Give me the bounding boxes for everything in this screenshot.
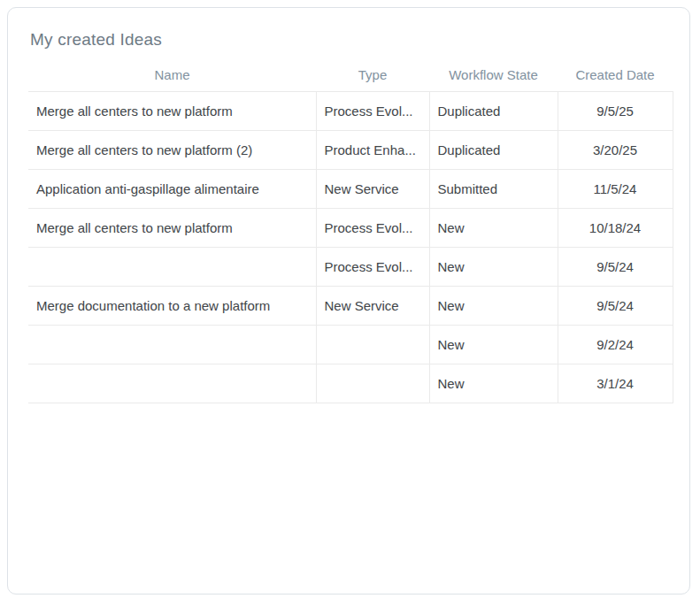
table-cell-type: Process Evol...: [316, 91, 429, 130]
table-cell-type: Process Evol...: [316, 208, 429, 247]
card-title: My created Ideas: [30, 30, 689, 50]
table-cell-type: New Service: [316, 286, 429, 325]
table-cell-type: Process Evol...: [316, 247, 429, 286]
table-cell-name: Merge all centers to new platform: [28, 208, 316, 247]
table-cell-name: Application anti-gaspillage alimentaire: [28, 169, 316, 208]
table-cell-name: [28, 325, 316, 364]
column-header-type[interactable]: Type: [316, 59, 429, 91]
table-cell-workflow-state: New: [429, 208, 558, 247]
table-cell-workflow-state: New: [429, 247, 558, 286]
table-cell-workflow-state: New: [429, 364, 558, 403]
table-row[interactable]: Merge all centers to new platform Proces…: [28, 91, 673, 130]
table-row[interactable]: New 3/1/24: [28, 364, 673, 403]
table-cell-type: [316, 325, 429, 364]
table-cell-name: [28, 247, 316, 286]
table-cell-type: New Service: [316, 169, 429, 208]
table-cell-workflow-state: Submitted: [429, 169, 558, 208]
table-cell-name: [28, 364, 316, 403]
table-cell-workflow-state: New: [429, 325, 558, 364]
table-cell-created-date: 9/2/24: [558, 325, 673, 364]
table-cell-created-date: 10/18/24: [558, 208, 673, 247]
table-cell-type: Product Enha...: [316, 130, 429, 169]
table-cell-created-date: 3/20/25: [558, 130, 673, 169]
column-header-created-date[interactable]: Created Date: [558, 59, 673, 91]
table-cell-workflow-state: New: [429, 286, 558, 325]
table-cell-created-date: 9/5/24: [558, 286, 673, 325]
table-row[interactable]: Application anti-gaspillage alimentaire …: [28, 169, 673, 208]
table-cell-created-date: 9/5/24: [558, 247, 673, 286]
table-cell-name: Merge documentation to a new platform: [28, 286, 316, 325]
table-row[interactable]: New 9/2/24: [28, 325, 673, 364]
column-header-workflow-state[interactable]: Workflow State: [429, 59, 558, 91]
table-cell-type: [316, 364, 429, 403]
table-cell-created-date: 3/1/24: [558, 364, 673, 403]
table-row[interactable]: Merge all centers to new platform Proces…: [28, 208, 673, 247]
my-created-ideas-card: My created Ideas Name Type Workflow Stat…: [7, 7, 690, 594]
table-row[interactable]: Process Evol... New 9/5/24: [28, 247, 673, 286]
ideas-table: Name Type Workflow State Created Date Me…: [28, 59, 673, 403]
table-row[interactable]: Merge all centers to new platform (2) Pr…: [28, 130, 673, 169]
ideas-table-body: Merge all centers to new platform Proces…: [28, 91, 673, 403]
table-cell-workflow-state: Duplicated: [429, 130, 558, 169]
column-header-name[interactable]: Name: [28, 59, 316, 91]
ideas-table-header: Name Type Workflow State Created Date: [28, 59, 673, 91]
table-cell-created-date: 9/5/25: [558, 91, 673, 130]
header-row: Name Type Workflow State Created Date: [28, 59, 673, 91]
table-cell-name: Merge all centers to new platform: [28, 91, 316, 130]
table-cell-workflow-state: Duplicated: [429, 91, 558, 130]
table-cell-created-date: 11/5/24: [558, 169, 673, 208]
table-cell-name: Merge all centers to new platform (2): [28, 130, 316, 169]
table-row[interactable]: Merge documentation to a new platform Ne…: [28, 286, 673, 325]
